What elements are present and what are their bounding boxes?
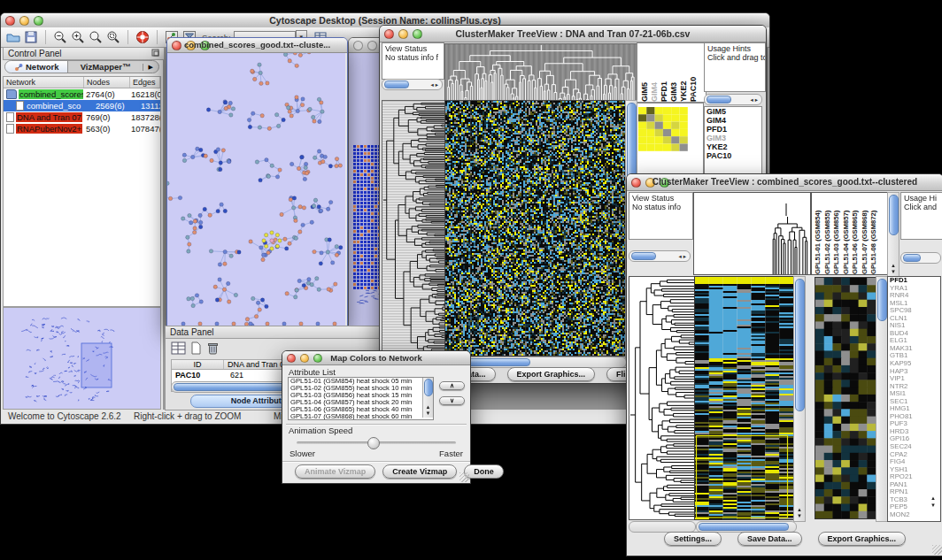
attribute-list-scrollbar[interactable]: ▲ ▼	[422, 378, 433, 418]
network-table-row[interactable]: RNAPuberNov2+563(0)107847(0)	[4, 123, 160, 134]
minimize-button[interactable]	[367, 41, 377, 50]
col-edges[interactable]: Edges	[130, 77, 160, 88]
network-nodes: 769(0)	[83, 112, 128, 122]
tv1-button-export-graphics-[interactable]: Export Graphics...	[507, 367, 596, 381]
tv1-hints-scrollbar[interactable]: ◂▸	[704, 94, 762, 105]
tv2-view-status: View StatusNo status info	[629, 192, 693, 240]
open-file-icon[interactable]	[4, 29, 22, 45]
tab-vizmapper[interactable]: VizMapper™	[68, 61, 142, 73]
attribute-list-label: Attribute List	[282, 365, 470, 377]
tv2-column-dendrogram[interactable]	[693, 192, 811, 275]
network-table-row[interactable]: DNA and Tran 07769(0)183728(0)	[4, 111, 160, 123]
treeview2-window: ClusterMaker TreeView : combined_scores_…	[626, 173, 942, 556]
tv2-zoom-heatmap-canvas[interactable]	[815, 277, 876, 519]
zoom-in-icon[interactable]	[69, 29, 87, 45]
tv1-column-dendrogram[interactable]	[444, 43, 637, 101]
tv2-genelist-arrows[interactable]: ▲▼	[928, 495, 938, 509]
tv1-column-label[interactable]: GIM5	[640, 43, 650, 102]
zoom-out-icon[interactable]	[51, 29, 69, 45]
tv2-column-label[interactable]: GPL51-08 (GSM872)	[869, 193, 879, 274]
zoom-fit-icon[interactable]	[87, 29, 104, 45]
resize-grip[interactable]	[459, 472, 469, 482]
treeview2-title-bar[interactable]: ClusterMaker TreeView : combined_scores_…	[627, 174, 942, 191]
tv2-heatmap-vscrollbar[interactable]: ▲ ▼	[793, 276, 806, 522]
dialog-buttons: Animate VizmapCreate VizmapDone	[295, 464, 465, 479]
zoom-selected-icon[interactable]	[104, 29, 122, 45]
tv1-row-label[interactable]: GIM3	[705, 134, 761, 142]
birdseye-overview-canvas[interactable]	[3, 307, 161, 410]
tv2-usage-hints: Usage HiClick and	[900, 192, 942, 240]
dialog-button-create-vizmap[interactable]: Create Vizmap	[382, 464, 457, 479]
tv2-button-export-graphics-[interactable]: Export Graphics...	[818, 532, 907, 546]
tv1-row-label[interactable]: PAC10	[705, 151, 761, 160]
network-table-row[interactable]: combined_sco2569(6)13112(15)	[4, 100, 160, 111]
tv1-row-label[interactable]: GIM4	[705, 116, 761, 125]
attribute-list-item[interactable]: GPL51-07 (GSM868) heat shock 60 min	[289, 413, 433, 420]
tv2-button-settings-[interactable]: Settings...	[664, 532, 722, 546]
tv1-correlation-matrix[interactable]	[638, 107, 688, 151]
tv1-row-label[interactable]: PFD1	[705, 125, 761, 134]
network-table-row[interactable]: combined_scores2764(0)16218(0)	[4, 88, 160, 100]
speed-slider-thumb[interactable]	[367, 437, 380, 449]
tv2-heatmap-canvas[interactable]	[694, 276, 794, 520]
save-icon[interactable]	[22, 29, 40, 45]
delete-attribute-icon[interactable]	[206, 341, 220, 358]
tv2-button-save-data-[interactable]: Save Data...	[737, 532, 802, 546]
tv2-column-label[interactable]: GPL51-01 (GSM854)	[814, 193, 823, 274]
tv2-column-label[interactable]: GPL51-02 (GSM855)	[823, 193, 833, 274]
col-id[interactable]: ID	[172, 360, 224, 369]
close-button[interactable]	[353, 41, 363, 50]
faster-label: Faster	[439, 449, 463, 458]
tv2-column-label[interactable]: GPL51-06 (GSM865)	[851, 193, 861, 274]
tab-network[interactable]: Network	[5, 61, 68, 73]
col-network[interactable]: Network	[4, 77, 84, 88]
move-up-button[interactable]: ∧	[439, 381, 465, 390]
tv1-column-labels: GIM5GIM4PFD1GIM3YKE2PAC10	[637, 42, 706, 103]
tv1-column-label[interactable]: YKE2	[679, 43, 689, 102]
map-colors-dialog: Map Colors to Network Attribute List GPL…	[282, 350, 471, 484]
tv1-status-scrollbar[interactable]: ◂▸	[382, 79, 443, 90]
dialog-title: Map Colors to Network	[282, 351, 470, 364]
tv2-column-label[interactable]: GPL51-07 (GSM868)	[861, 193, 870, 274]
tv1-column-label[interactable]: GIM3	[669, 43, 679, 102]
tv2-column-labels: GPL51-01 (GSM854)GPL51-02 (GSM855)GPL51-…	[811, 192, 889, 275]
move-down-button[interactable]: ∨	[439, 396, 465, 405]
treeview2-title: ClusterMaker TreeView : combined_scores_…	[627, 174, 942, 190]
file-icon	[6, 112, 14, 122]
col-nodes[interactable]: Nodes	[84, 77, 130, 88]
tv2-column-label[interactable]: GPL51-04 (GSM857)	[842, 193, 852, 274]
control-panel-title: Control Panel	[8, 49, 62, 58]
tv2-zoom-vscrollbar[interactable]	[876, 276, 888, 522]
tv1-row-dendrogram[interactable]	[382, 100, 445, 357]
tv1-row-label[interactable]: GIM5	[705, 107, 761, 116]
network-nodes: 2764(0)	[83, 89, 128, 99]
tv2-hints-scrollbar[interactable]	[900, 252, 941, 264]
network1-title-bar[interactable]: combined_scores_good.txt--cluste...	[167, 38, 347, 53]
dialog-button-animate-vizmap[interactable]: Animate Vizmap	[295, 464, 375, 479]
help-lifering-icon[interactable]	[134, 29, 151, 45]
tv1-row-label[interactable]: YKE2	[705, 142, 761, 151]
network-name-cell: combined_scores	[4, 89, 83, 99]
network-edges: 13112(15)	[138, 101, 160, 111]
tv1-heatmap-canvas[interactable]	[444, 100, 626, 357]
resize-grip[interactable]	[932, 545, 942, 555]
dialog-title-bar[interactable]: Map Colors to Network	[282, 351, 470, 365]
float-panel-icon[interactable]	[151, 49, 159, 58]
treeview1-title-bar[interactable]: ClusterMaker TreeView : DNA and Tran 07-…	[380, 26, 766, 42]
tv1-column-label[interactable]: PAC10	[689, 43, 699, 102]
table-grid-icon[interactable]	[171, 341, 186, 358]
tab-more-arrow[interactable]: ▶	[143, 64, 158, 71]
dialog-button-done[interactable]: Done	[464, 464, 504, 479]
network-window-title: combined_scores_good.txt--cluste...	[167, 38, 347, 52]
new-attribute-icon[interactable]	[189, 341, 203, 358]
network-edges: 107847(0)	[128, 124, 160, 134]
data-panel-header: Data Panel	[166, 326, 384, 339]
tv2-row-dendrogram[interactable]	[629, 276, 695, 520]
tv2-collabel-scrollbar[interactable]: ▲ ▼	[887, 192, 900, 277]
tv1-column-label[interactable]: PFD1	[660, 43, 669, 102]
network-view-canvas[interactable]	[167, 53, 345, 326]
gene-label[interactable]: MON2	[888, 511, 940, 519]
tv1-column-label[interactable]: GIM4	[650, 43, 660, 102]
tv2-column-label[interactable]: GPL51-03 (GSM856)	[832, 193, 842, 274]
tv2-status-scrollbar[interactable]: ◂▸	[629, 250, 691, 262]
